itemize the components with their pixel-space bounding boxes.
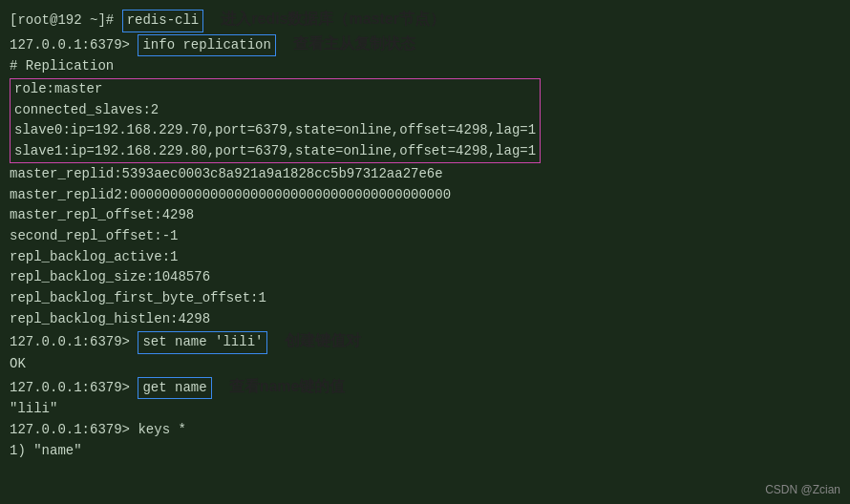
keys-star-text: keys * [138, 420, 185, 441]
line-repl-backlog-first: repl_backlog_first_byte_offset:1 [10, 288, 840, 309]
line-repl-backlog-size: repl_backlog_size:1048576 [10, 267, 840, 288]
info-replication-cmd: info replication [138, 34, 275, 57]
line-repl-backlog-histlen: repl_backlog_histlen:4298 [10, 309, 840, 330]
prompt-4: 127.0.0.1:6379> [10, 420, 138, 441]
line-second-repl-offset: second_repl_offset:-1 [10, 226, 840, 247]
line-set-name: 127.0.0.1:6379> set name 'lili' 创建键值对 [10, 329, 840, 354]
replication-info-box: role:master connected_slaves:2 slave0:ip… [10, 78, 541, 163]
repl-backlog-histlen-text: repl_backlog_histlen:4298 [10, 309, 210, 330]
annotation-get: 查看name键的值 [229, 375, 346, 399]
slave1-text: slave1:ip=192.168.229.80,port=6379,state… [14, 141, 536, 162]
master-replid-text: master_replid:5393aec0003c8a921a9a1828cc… [10, 164, 443, 185]
line-ok: OK [10, 354, 840, 375]
line-slave1: slave1:ip=192.168.229.80,port=6379,state… [14, 141, 536, 162]
hash-replication-text: # Replication [10, 56, 114, 77]
keys-result-text: 1) "name" [10, 441, 82, 462]
root-prompt: [root@192 ~]# [10, 10, 122, 32]
annotation-set: 创建键值对 [285, 329, 361, 353]
line-get-name: 127.0.0.1:6379> get name 查看name键的值 [10, 375, 840, 400]
lili-value-text: "lili" [10, 399, 57, 420]
second-repl-offset-text: second_repl_offset:-1 [10, 226, 178, 247]
annotation-enter-redis: 进入redis数据库（master节点） [221, 8, 445, 32]
prompt-2: 127.0.0.1:6379> [10, 332, 138, 353]
slave0-text: slave0:ip=192.168.229.70,port=6379,state… [14, 120, 536, 141]
terminal: [root@192 ~]# redis-cli 进入redis数据库（maste… [0, 0, 850, 504]
line-repl-backlog-active: repl_backlog_active:1 [10, 247, 840, 268]
set-name-cmd: set name 'lili' [138, 331, 267, 354]
line-root-cmd: [root@192 ~]# redis-cli 进入redis数据库（maste… [10, 8, 840, 32]
repl-backlog-first-text: repl_backlog_first_byte_offset:1 [10, 288, 266, 309]
master-repl-offset-text: master_repl_offset:4298 [10, 205, 194, 226]
line-role: role:master [14, 79, 536, 100]
role-text: role:master [14, 79, 102, 100]
line-keys-result: 1) "name" [10, 441, 840, 462]
watermark: CSDN @Zcian [765, 483, 840, 496]
redis-cli-cmd: redis-cli [122, 10, 204, 32]
get-name-cmd: get name [138, 377, 211, 400]
line-info-replication: 127.0.0.1:6379> info replication 查看主从复制状… [10, 32, 840, 57]
line-master-replid2: master_replid2:0000000000000000000000000… [10, 185, 840, 206]
line-lili-value: "lili" [10, 399, 840, 420]
repl-backlog-size-text: repl_backlog_size:1048576 [10, 267, 210, 288]
prompt-3: 127.0.0.1:6379> [10, 378, 138, 399]
line-slave0: slave0:ip=192.168.229.70,port=6379,state… [14, 120, 536, 141]
line-master-replid: master_replid:5393aec0003c8a921a9a1828cc… [10, 164, 840, 185]
repl-backlog-active-text: repl_backlog_active:1 [10, 247, 178, 268]
line-master-repl-offset: master_repl_offset:4298 [10, 205, 840, 226]
line-connected-slaves: connected_slaves:2 [14, 100, 536, 121]
connected-slaves-text: connected_slaves:2 [14, 100, 159, 121]
prompt-1: 127.0.0.1:6379> [10, 35, 138, 56]
line-hash-replication: # Replication [10, 56, 840, 77]
ok-text: OK [10, 354, 26, 375]
line-keys-star: 127.0.0.1:6379> keys * [10, 420, 840, 441]
master-replid2-text: master_replid2:0000000000000000000000000… [10, 185, 451, 206]
annotation-replication: 查看主从复制状态 [293, 32, 415, 56]
